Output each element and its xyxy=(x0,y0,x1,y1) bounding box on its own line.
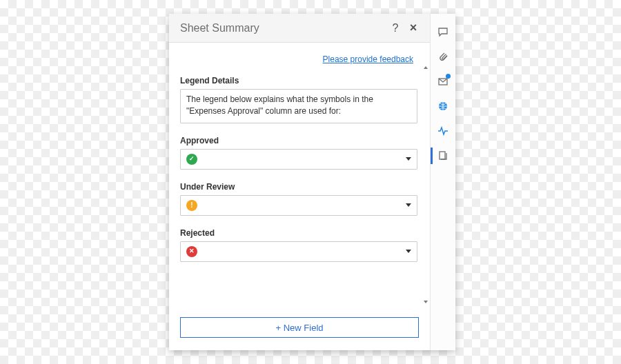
rejected-select[interactable] xyxy=(180,241,417,262)
comments-button[interactable] xyxy=(431,19,455,44)
publish-button[interactable] xyxy=(431,94,455,119)
panel-footer: + New Field xyxy=(169,309,430,350)
field-label: Under Review xyxy=(180,182,417,192)
chevron-down-icon xyxy=(406,203,411,207)
help-icon: ? xyxy=(393,22,399,34)
status-review-icon xyxy=(186,200,197,211)
field-rejected: Rejected xyxy=(180,228,417,262)
activity-icon xyxy=(437,125,448,136)
new-field-button[interactable]: + New Field xyxy=(180,317,419,338)
panel-header: Sheet Summary ? × xyxy=(169,14,430,43)
attachments-button[interactable] xyxy=(431,44,455,69)
close-button[interactable]: × xyxy=(405,20,422,37)
chevron-down-icon xyxy=(406,250,411,253)
field-approved: Approved xyxy=(180,136,417,170)
activity-button[interactable] xyxy=(431,119,455,143)
new-field-label: + New Field xyxy=(276,323,324,333)
panel-main: Sheet Summary ? × Please provide feedbac… xyxy=(169,14,431,350)
publish-icon xyxy=(437,101,448,112)
field-label: Approved xyxy=(180,136,417,145)
scroll-down-icon xyxy=(424,301,428,303)
sheet-summary-panel: Sheet Summary ? × Please provide feedbac… xyxy=(169,14,455,350)
close-icon: × xyxy=(410,21,417,35)
chevron-down-icon xyxy=(406,157,411,161)
summary-icon xyxy=(437,150,448,161)
status-rejected-icon xyxy=(186,246,197,257)
comments-icon xyxy=(437,26,448,37)
attachments-icon xyxy=(437,51,448,62)
svg-rect-2 xyxy=(440,152,445,159)
summary-button[interactable] xyxy=(431,143,455,168)
approved-select[interactable] xyxy=(180,149,417,170)
scroll-area: Please provide feedback Legend Details T… xyxy=(169,43,422,309)
under-review-select[interactable] xyxy=(180,195,417,216)
panel-body: Please provide feedback Legend Details T… xyxy=(169,43,430,309)
scroll-up-icon xyxy=(424,66,428,69)
legend-details-value[interactable]: The legend below explains what the symbo… xyxy=(180,89,417,123)
right-rail xyxy=(431,14,455,350)
field-legend-details: Legend Details The legend below explains… xyxy=(180,76,417,123)
help-button[interactable]: ? xyxy=(387,20,404,37)
field-label: Rejected xyxy=(180,228,417,238)
notification-badge xyxy=(446,74,451,79)
status-approved-icon xyxy=(186,154,197,165)
panel-title: Sheet Summary xyxy=(180,22,387,34)
vertical-scrollbar[interactable] xyxy=(423,46,428,306)
feedback-link[interactable]: Please provide feedback xyxy=(323,54,413,64)
feedback-row: Please provide feedback xyxy=(180,52,417,65)
inbox-button[interactable] xyxy=(431,69,455,94)
field-under-review: Under Review xyxy=(180,182,417,216)
field-label: Legend Details xyxy=(180,76,417,85)
